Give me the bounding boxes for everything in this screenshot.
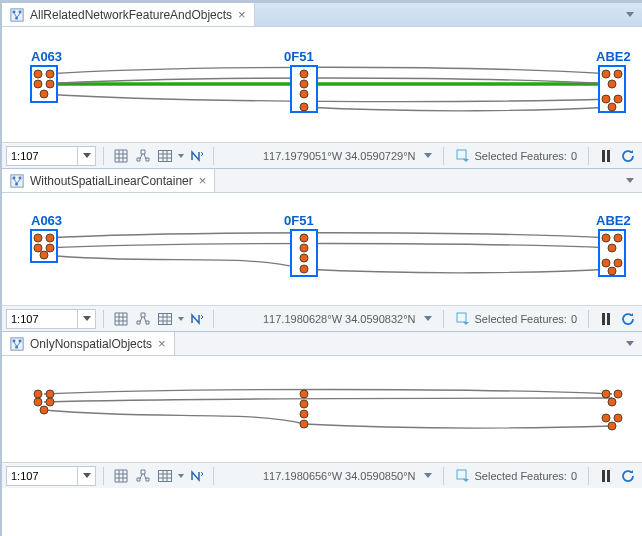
scale-input[interactable]: [7, 467, 77, 485]
selected-features-group: Selected Features: 0: [451, 467, 581, 485]
svg-point-64: [608, 398, 616, 406]
svg-point-14: [300, 80, 308, 88]
svg-point-32: [34, 234, 42, 242]
separator: [443, 147, 444, 165]
chevron-down-icon[interactable]: [178, 154, 184, 158]
svg-rect-69: [457, 470, 466, 479]
tab-menu-button[interactable]: [618, 3, 642, 26]
table-icon[interactable]: [155, 146, 175, 166]
pane-only-nonspatial: OnlyNonspatialObjects ×: [2, 331, 642, 488]
selection-icon[interactable]: [455, 310, 471, 328]
chevron-down-icon[interactable]: [178, 317, 184, 321]
table-icon[interactable]: [155, 466, 175, 486]
svg-point-35: [46, 244, 54, 252]
status-bar: 117.1979051°W 34.0590729°N Selected Feat…: [2, 142, 642, 168]
chevron-down-icon[interactable]: [77, 147, 95, 165]
svg-point-67: [608, 422, 616, 430]
node-label: ABE2: [596, 49, 631, 64]
canvas[interactable]: A063 0F51 ABE2: [2, 193, 642, 305]
status-bar: 117.1980656°W 34.0590850°N Selected Feat…: [2, 462, 642, 488]
selected-features-count: 0: [571, 313, 577, 325]
snapping-icon[interactable]: [133, 466, 153, 486]
north-arrow-icon[interactable]: [186, 309, 206, 329]
svg-point-53: [34, 390, 42, 398]
svg-rect-48: [457, 313, 466, 322]
close-icon[interactable]: ×: [238, 8, 246, 21]
svg-point-55: [34, 398, 42, 406]
svg-point-36: [40, 251, 48, 259]
svg-point-22: [608, 103, 616, 111]
refresh-button[interactable]: [618, 466, 638, 486]
canvas[interactable]: A063 0F51 ABE2: [2, 27, 642, 142]
chevron-down-icon[interactable]: [424, 153, 432, 158]
grid-icon[interactable]: [111, 309, 131, 329]
diagram-icon: [10, 337, 24, 351]
svg-point-17: [602, 70, 610, 78]
separator: [588, 310, 589, 328]
table-icon[interactable]: [155, 309, 175, 329]
tab-menu-button[interactable]: [618, 169, 642, 192]
canvas[interactable]: [2, 356, 642, 462]
tab[interactable]: WithoutSpatialLinearContainer ×: [2, 169, 215, 192]
status-bar: 117.1980628°W 34.0590832°N Selected Feat…: [2, 305, 642, 331]
svg-rect-50: [13, 339, 16, 342]
close-icon[interactable]: ×: [158, 337, 166, 350]
svg-rect-1: [13, 10, 16, 13]
svg-point-57: [40, 406, 48, 414]
scale-input[interactable]: [7, 310, 77, 328]
north-arrow-icon[interactable]: [186, 466, 206, 486]
grid-icon[interactable]: [111, 466, 131, 486]
tab-menu-button[interactable]: [618, 332, 642, 355]
snapping-icon[interactable]: [133, 146, 153, 166]
tab[interactable]: OnlyNonspatialObjects ×: [2, 332, 175, 355]
separator: [443, 467, 444, 485]
scale-selector[interactable]: [6, 309, 96, 329]
svg-rect-27: [19, 176, 22, 179]
diagram-icon: [10, 174, 24, 188]
svg-point-10: [34, 80, 42, 88]
svg-rect-24: [457, 150, 466, 159]
pause-drawing-button[interactable]: [596, 466, 616, 486]
svg-point-46: [608, 267, 616, 275]
chevron-down-icon[interactable]: [77, 467, 95, 485]
svg-point-13: [300, 70, 308, 78]
svg-point-15: [300, 90, 308, 98]
svg-point-34: [34, 244, 42, 252]
pause-drawing-button[interactable]: [596, 309, 616, 329]
separator: [588, 467, 589, 485]
chevron-down-icon[interactable]: [178, 474, 184, 478]
grid-icon[interactable]: [111, 146, 131, 166]
tab-bar: OnlyNonspatialObjects ×: [2, 332, 642, 356]
scale-selector[interactable]: [6, 466, 96, 486]
svg-point-58: [300, 390, 308, 398]
selected-features-label: Selected Features:: [475, 150, 567, 162]
tab-bar: WithoutSpatialLinearContainer ×: [2, 169, 642, 193]
separator: [213, 147, 214, 165]
chevron-down-icon[interactable]: [424, 473, 432, 478]
svg-point-61: [300, 420, 308, 428]
node-label: ABE2: [596, 213, 631, 228]
svg-point-16: [300, 103, 308, 111]
north-arrow-icon[interactable]: [186, 146, 206, 166]
refresh-button[interactable]: [618, 146, 638, 166]
selection-icon[interactable]: [455, 147, 471, 165]
svg-rect-26: [13, 176, 16, 179]
svg-point-44: [602, 259, 610, 267]
tab[interactable]: AllRelatedNetworkFeatureAndObjects ×: [2, 3, 255, 26]
close-icon[interactable]: ×: [199, 174, 207, 187]
separator: [103, 310, 104, 328]
svg-point-12: [40, 90, 48, 98]
chevron-down-icon[interactable]: [424, 316, 432, 321]
svg-point-33: [46, 234, 54, 242]
refresh-button[interactable]: [618, 309, 638, 329]
selection-icon[interactable]: [455, 467, 471, 485]
scale-selector[interactable]: [6, 146, 96, 166]
svg-rect-51: [19, 339, 22, 342]
pause-drawing-button[interactable]: [596, 146, 616, 166]
snapping-icon[interactable]: [133, 309, 153, 329]
scale-input[interactable]: [7, 147, 77, 165]
coordinates-readout: 117.1980628°W 34.0590832°N: [257, 313, 422, 325]
chevron-down-icon[interactable]: [77, 310, 95, 328]
selected-features-label: Selected Features:: [475, 313, 567, 325]
svg-point-19: [608, 80, 616, 88]
